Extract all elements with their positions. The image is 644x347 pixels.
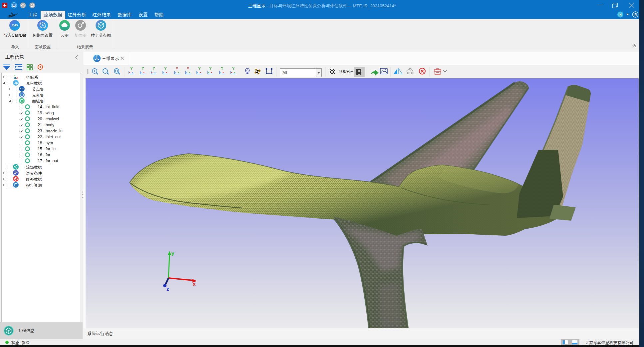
svg-text:z: z	[15, 76, 16, 79]
svg-text:x: x	[200, 71, 201, 74]
svg-text:All: All	[282, 70, 287, 75]
svg-text:z: z	[185, 71, 187, 74]
svg-text:x: x	[17, 76, 18, 79]
svg-text:Y: Y	[188, 71, 190, 74]
svg-text:z: z	[197, 71, 198, 74]
svg-text:Y: Y	[177, 71, 179, 74]
svg-text:x: x	[129, 71, 131, 74]
svg-text:x: x	[187, 66, 189, 70]
svg-text:z: z	[163, 71, 164, 74]
svg-text:x: x	[166, 71, 167, 74]
svg-text:三维显示: 三维显示	[102, 56, 119, 61]
svg-text:y: y	[171, 250, 174, 256]
svg-text:z: z	[174, 71, 176, 74]
svg-text:x: x	[222, 71, 224, 74]
svg-text:z: z	[132, 71, 133, 74]
svg-text:x: x	[143, 71, 145, 74]
svg-text:Y: Y	[208, 71, 210, 74]
svg-text:Y: Y	[234, 71, 236, 74]
svg-text:x: x	[193, 281, 196, 287]
svg-text:z: z	[166, 286, 169, 292]
svg-text:x: x	[231, 71, 232, 74]
svg-text:z: z	[154, 71, 156, 74]
svg-text:x: x	[211, 71, 212, 74]
svg-text:x: x	[176, 66, 178, 70]
svg-text:100%: 100%	[339, 69, 351, 74]
svg-text:z: z	[140, 71, 142, 74]
svg-text:x: x	[151, 71, 153, 74]
svg-text:z: z	[219, 71, 221, 74]
